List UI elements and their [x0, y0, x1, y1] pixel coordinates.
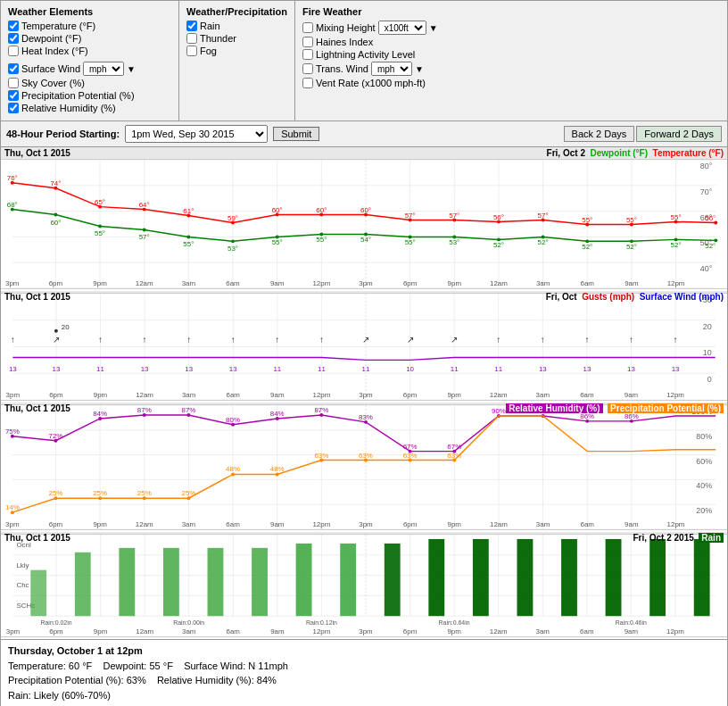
- svg-text:13: 13: [672, 365, 680, 373]
- svg-text:Chc: Chc: [16, 581, 29, 589]
- temp-dewpoint-svg: 80° 70° 60° 50° 40° 76° 74° 65° 64° 61° …: [1, 160, 727, 289]
- svg-text:9am: 9am: [625, 627, 639, 635]
- temp-checkbox[interactable]: [8, 21, 19, 31]
- svg-text:57°: 57°: [139, 233, 150, 241]
- svg-rect-309: [340, 544, 356, 616]
- period-label: 48-Hour Period Starting:: [6, 129, 120, 139]
- back-days-button[interactable]: Back 2 Days: [564, 126, 635, 142]
- fire-weather-title: Fire Weather: [302, 6, 720, 17]
- svg-text:53°: 53°: [449, 238, 459, 246]
- wind-chart: Thu, Oct 1 2015 Fri, Oct Gusts (mph) Sur…: [1, 291, 727, 403]
- svg-text:12pm: 12pm: [313, 627, 331, 635]
- trans-wind-select[interactable]: mphkts: [371, 62, 412, 76]
- sky-cover-checkbox[interactable]: [8, 78, 19, 88]
- svg-text:11: 11: [451, 365, 459, 373]
- svg-text:3am: 3am: [536, 520, 550, 528]
- svg-text:9am: 9am: [270, 520, 285, 528]
- haines-label: Haines Index: [316, 37, 373, 47]
- thunder-checkbox[interactable]: [186, 33, 197, 44]
- svg-text:6am: 6am: [226, 279, 240, 287]
- svg-text:72%: 72%: [49, 432, 63, 440]
- svg-point-64: [98, 224, 102, 228]
- rain-row: Rain: [186, 21, 287, 31]
- svg-text:25%: 25%: [49, 489, 63, 497]
- info-title: Thursday, October 1 at 12pm: [8, 644, 720, 659]
- surface-wind-label: Surface Wind: [21, 63, 80, 74]
- svg-text:56°: 56°: [493, 213, 504, 221]
- svg-text:3pm: 3pm: [359, 520, 373, 528]
- trans-wind-label: Trans. Wind: [316, 63, 368, 74]
- info-bar: Thursday, October 1 at 12pm Temperature:…: [0, 640, 728, 706]
- dewpoint-checkbox[interactable]: [8, 33, 19, 44]
- svg-text:56°: 56°: [705, 214, 716, 222]
- surface-wind-select[interactable]: mphkts: [83, 62, 124, 76]
- info-line1: Temperature: 60 °F Dewpoint: 55 °F Surfa…: [8, 659, 720, 674]
- weather-elements-title: Weather Elements: [8, 6, 171, 17]
- svg-text:↑: ↑: [629, 335, 633, 345]
- surface-wind-checkbox[interactable]: [8, 63, 19, 74]
- svg-rect-305: [163, 548, 179, 616]
- mixing-height-checkbox[interactable]: [302, 22, 313, 33]
- svg-text:3am: 3am: [182, 627, 196, 635]
- svg-text:11: 11: [318, 365, 326, 373]
- surface-wind-row: Surface Wind mphkts ▼: [8, 62, 171, 76]
- precip-potential-checkbox[interactable]: [8, 90, 19, 101]
- svg-text:12am: 12am: [136, 627, 153, 635]
- svg-text:9am: 9am: [625, 520, 639, 528]
- svg-text:55°: 55°: [671, 213, 682, 221]
- svg-text:Rain:0.12in: Rain:0.12in: [306, 619, 337, 626]
- svg-text:↗: ↗: [53, 335, 60, 345]
- trans-wind-checkbox[interactable]: [302, 63, 313, 74]
- svg-point-70: [231, 239, 235, 243]
- svg-text:6am: 6am: [226, 520, 240, 528]
- mixing-height-select[interactable]: x100ftm: [378, 21, 426, 35]
- svg-text:20: 20: [703, 322, 712, 331]
- heat-index-checkbox[interactable]: [8, 46, 19, 56]
- svg-text:3am: 3am: [182, 520, 196, 528]
- svg-text:13: 13: [52, 365, 60, 373]
- info-rain: Rain: Likely (60%-70%): [8, 690, 111, 701]
- fog-checkbox[interactable]: [186, 46, 197, 56]
- svg-text:13: 13: [141, 365, 149, 373]
- svg-text:6am: 6am: [580, 520, 594, 528]
- svg-text:61°: 61°: [183, 207, 194, 215]
- lightning-checkbox[interactable]: [302, 49, 313, 60]
- svg-text:3pm: 3pm: [359, 391, 373, 399]
- vent-rate-checkbox[interactable]: [302, 78, 313, 88]
- svg-text:60°: 60°: [360, 206, 371, 214]
- svg-text:84%: 84%: [270, 410, 285, 418]
- rel-humidity-row: Relative Humidity (%): [8, 103, 171, 113]
- svg-text:57°: 57°: [449, 212, 459, 220]
- svg-text:6pm: 6pm: [403, 627, 418, 635]
- rh-precip-chart: Thu, Oct 1 2015 Relative Humidity (%) Pr…: [1, 403, 727, 532]
- rel-humidity-checkbox[interactable]: [8, 103, 19, 113]
- submit-button[interactable]: Submit: [273, 127, 319, 141]
- svg-text:86%: 86%: [580, 412, 594, 420]
- precip-potential-row: Precipitation Potential (%): [8, 90, 171, 101]
- rain-chart: Thu, Oct 1 2015 Fri, Oct 2 2015 Rain: [1, 532, 727, 639]
- svg-text:55°: 55°: [95, 229, 105, 237]
- svg-text:13: 13: [9, 365, 17, 373]
- info-dewpoint: Dewpoint: 55 °F: [103, 660, 173, 671]
- svg-text:25%: 25%: [181, 489, 195, 497]
- svg-text:9pm: 9pm: [447, 391, 461, 399]
- rain-checkbox[interactable]: [186, 21, 197, 31]
- svg-rect-311: [428, 539, 444, 616]
- svg-text:↑: ↑: [584, 335, 589, 345]
- date-select[interactable]: 1pm Wed, Sep 30 2015: [125, 125, 268, 143]
- svg-text:6pm: 6pm: [49, 520, 63, 528]
- svg-text:9am: 9am: [270, 279, 285, 287]
- haines-checkbox[interactable]: [302, 37, 313, 47]
- svg-text:3am: 3am: [182, 391, 196, 399]
- svg-text:12am: 12am: [490, 279, 508, 287]
- dewpoint-label: Dewpoint (°F): [21, 33, 81, 44]
- wind-arrow: ▼: [127, 64, 136, 74]
- svg-text:11: 11: [362, 365, 370, 373]
- svg-text:↑: ↑: [186, 335, 191, 345]
- svg-text:Rain:0.64in: Rain:0.64in: [439, 619, 470, 626]
- forward-days-button[interactable]: Forward 2 Days: [636, 126, 722, 142]
- svg-text:54°: 54°: [360, 236, 371, 244]
- svg-text:3pm: 3pm: [6, 627, 21, 635]
- svg-text:6am: 6am: [580, 391, 594, 399]
- svg-text:6pm: 6pm: [403, 520, 418, 528]
